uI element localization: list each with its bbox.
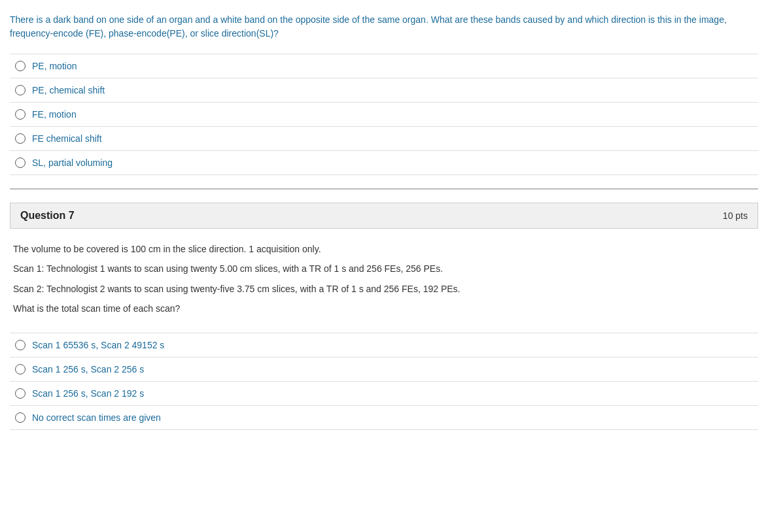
radio-7a[interactable] bbox=[15, 340, 26, 350]
option-6a-label: PE, motion bbox=[32, 61, 77, 71]
option-6d[interactable]: FE chemical shift bbox=[10, 127, 758, 151]
option-6e[interactable]: SL, partial voluming bbox=[10, 151, 758, 175]
question7-pts: 10 pts bbox=[723, 210, 748, 221]
question7-body: The volume to be covered is 100 cm in th… bbox=[10, 242, 758, 316]
option-6c-label: FE, motion bbox=[32, 109, 77, 120]
question7-header: Question 7 10 pts bbox=[10, 203, 758, 229]
question7-title: Question 7 bbox=[20, 210, 75, 222]
radio-6a[interactable] bbox=[15, 61, 26, 71]
question7-line4: What is the total scan time of each scan… bbox=[13, 301, 755, 316]
radio-7d[interactable] bbox=[15, 412, 26, 423]
option-7a-label: Scan 1 65536 s, Scan 2 49152 s bbox=[32, 340, 164, 350]
option-7b-label: Scan 1 256 s, Scan 2 256 s bbox=[32, 364, 144, 374]
option-7b[interactable]: Scan 1 256 s, Scan 2 256 s bbox=[10, 357, 758, 382]
question7-options: Scan 1 65536 s, Scan 2 49152 s Scan 1 25… bbox=[10, 333, 758, 430]
radio-6b[interactable] bbox=[15, 85, 26, 95]
option-6a[interactable]: PE, motion bbox=[10, 54, 758, 78]
option-6c[interactable]: FE, motion bbox=[10, 103, 758, 127]
question7-line3: Scan 2: Technologist 2 wants to scan usi… bbox=[13, 282, 755, 296]
radio-6c[interactable] bbox=[15, 109, 26, 120]
option-7a[interactable]: Scan 1 65536 s, Scan 2 49152 s bbox=[10, 333, 758, 357]
radio-7b[interactable] bbox=[15, 364, 26, 374]
option-6b-label: PE, chemical shift bbox=[32, 85, 105, 95]
question7-line2: Scan 1: Technologist 1 wants to scan usi… bbox=[13, 261, 755, 276]
option-6d-label: FE chemical shift bbox=[32, 133, 102, 144]
option-6b[interactable]: PE, chemical shift bbox=[10, 78, 758, 103]
question6-options: PE, motion PE, chemical shift FE, motion… bbox=[10, 54, 758, 175]
radio-6d[interactable] bbox=[15, 133, 26, 144]
option-7d[interactable]: No correct scan times are given bbox=[10, 406, 758, 430]
option-6e-label: SL, partial voluming bbox=[32, 158, 113, 168]
page-container: There is a dark band on one side of an o… bbox=[0, 0, 768, 443]
option-7c-label: Scan 1 256 s, Scan 2 192 s bbox=[32, 388, 144, 399]
option-7d-label: No correct scan times are given bbox=[32, 412, 161, 423]
question6-intro: There is a dark band on one side of an o… bbox=[10, 13, 758, 41]
option-7c[interactable]: Scan 1 256 s, Scan 2 192 s bbox=[10, 382, 758, 406]
question7-line1: The volume to be covered is 100 cm in th… bbox=[13, 242, 755, 256]
section-separator bbox=[10, 188, 758, 190]
radio-6e[interactable] bbox=[15, 158, 26, 168]
radio-7c[interactable] bbox=[15, 388, 26, 399]
